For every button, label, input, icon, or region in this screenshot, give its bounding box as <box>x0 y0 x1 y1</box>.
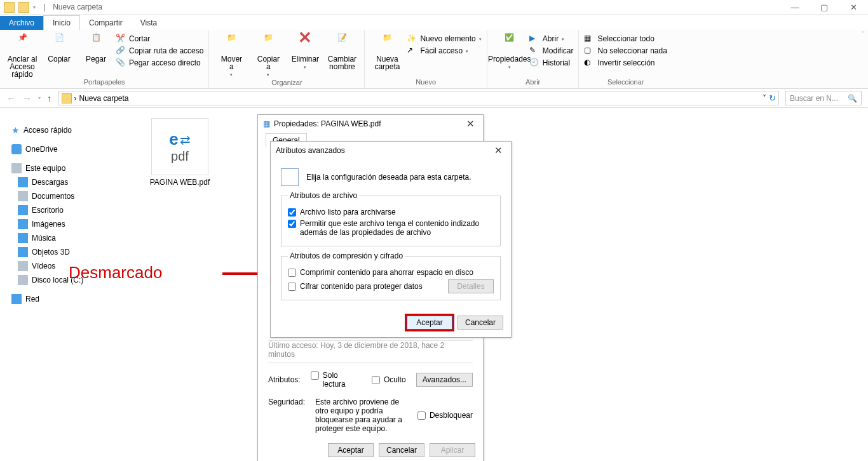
hidden-checkbox[interactable]: Oculto <box>372 375 406 384</box>
properties-title-text: Propiedades: PAGINA WEB.pdf <box>274 119 381 128</box>
easyaccess-button[interactable]: ↗Fácil acceso ▾ <box>407 46 481 56</box>
cut-button[interactable]: ✂️Cortar <box>116 34 203 44</box>
newfolder-icon: 📁 <box>377 34 397 54</box>
ribbon-collapse-icon[interactable]: ˇ <box>862 31 864 38</box>
compress-checkbox[interactable]: Comprimir contenido para ahorrar espacio… <box>288 268 494 277</box>
selectnone-label: No seleccionar nada <box>597 46 667 55</box>
advanced-button[interactable]: Avanzados... <box>416 373 473 387</box>
pin-button[interactable]: 📌 Anclar al Acceso rápido <box>5 31 39 78</box>
search-placeholder: Buscar en N... <box>790 94 838 103</box>
folder-icon <box>4 2 15 13</box>
sidebar-item-label: Documentos <box>32 192 74 201</box>
compress-input[interactable] <box>288 269 296 277</box>
unblock-input[interactable] <box>417 411 426 420</box>
sidebar-item-pictures[interactable]: Imágenes <box>4 217 123 231</box>
invertsel-button[interactable]: ◐Invertir selección <box>584 58 667 68</box>
tab-share[interactable]: Compartir <box>80 16 132 30</box>
rename-button[interactable]: 📝Cambiar nombre <box>325 31 359 70</box>
history-button[interactable]: 🕘Historial <box>529 58 574 68</box>
star-icon: ★ <box>11 125 20 135</box>
details-button[interactable]: Detalles <box>448 279 494 293</box>
minimize-button[interactable]: — <box>780 0 810 15</box>
sidebar-item-label: Imágenes <box>32 220 65 229</box>
index-content-input[interactable] <box>288 220 296 228</box>
edge-icon: e <box>169 130 178 149</box>
copyto-button[interactable]: 📁Copiar a▾ <box>251 31 285 79</box>
sidebar-onedrive[interactable]: OneDrive <box>4 142 123 156</box>
sidebar-item-label: Objetos 3D <box>32 248 70 257</box>
chevron-down-icon: ▾ <box>508 63 511 71</box>
file-item[interactable]: e⇄ pdf PAGINA WEB.pdf <box>145 118 215 187</box>
group-select-label: Seleccionar <box>584 78 667 87</box>
sidebar-item-desktop[interactable]: Escritorio <box>4 203 123 217</box>
pasteshort-button[interactable]: 📎Pegar acceso directo <box>116 58 203 68</box>
delete-button[interactable]: ✕Eliminar▾ <box>288 31 322 71</box>
apply-button[interactable]: Aplicar <box>430 443 475 457</box>
content-pane[interactable]: e⇄ pdf PAGINA WEB.pdf Desmarcado ▦ Propi… <box>127 108 868 461</box>
forward-button[interactable]: → <box>22 93 32 104</box>
cancel-button[interactable]: Cancelar <box>458 316 503 330</box>
addr-dropdown-icon[interactable]: ˅ <box>763 94 766 103</box>
chevron-down-icon: ▾ <box>562 37 564 42</box>
group-open: ✅Propiedades▾ ▶Abrir ▾ ✎Modificar 🕘Histo… <box>487 30 580 88</box>
readonly-checkbox[interactable]: Solo lectura <box>311 371 362 389</box>
paste-button[interactable]: 📋 Pegar <box>79 31 113 63</box>
archive-ready-input[interactable] <box>288 208 296 217</box>
hidden-input[interactable] <box>372 376 380 384</box>
page-icon <box>281 168 299 186</box>
copy-button[interactable]: 📄 Copiar <box>42 31 76 63</box>
copyto-icon: 📁 <box>258 34 278 54</box>
properties-label: Propiedades <box>488 55 531 63</box>
sidebar-network[interactable]: Red <box>4 292 123 306</box>
breadcrumb[interactable]: Nueva carpeta <box>79 94 129 103</box>
close-icon[interactable]: ✕ <box>491 145 506 156</box>
adv-title-text: Atributos avanzados <box>276 146 345 155</box>
selectnone-button[interactable]: ▢No seleccionar nada <box>584 46 667 56</box>
history-dropdown-icon[interactable]: ▾ <box>38 95 41 101</box>
sidebar-item-downloads[interactable]: Descargas <box>4 175 123 189</box>
sidebar-quick-access[interactable]: ★Acceso rápido <box>4 123 123 137</box>
back-button[interactable]: ← <box>6 93 16 104</box>
cancel-button[interactable]: Cancelar <box>379 443 424 457</box>
newfolder-button[interactable]: 📁Nueva carpeta <box>370 31 404 70</box>
sidebar-this-pc[interactable]: Este equipo <box>4 161 123 175</box>
moveto-button[interactable]: 📁Mover a▾ <box>214 31 248 79</box>
address-bar[interactable]: › Nueva carpeta ˅ ↻ <box>58 91 780 105</box>
newitem-button[interactable]: ✨Nuevo elemento ▾ <box>407 34 481 44</box>
properties-button[interactable]: ✅Propiedades▾ <box>492 31 527 71</box>
edit-button[interactable]: ✎Modificar <box>529 46 574 56</box>
copy-label: Copiar <box>48 55 70 63</box>
open-button[interactable]: ▶Abrir ▾ <box>529 34 574 44</box>
search-icon: 🔍 <box>848 94 857 103</box>
properties-dialog-title[interactable]: ▦ Propiedades: PAGINA WEB.pdf ✕ <box>258 115 483 133</box>
readonly-input[interactable] <box>311 371 319 380</box>
hidden-label: Oculto <box>384 375 406 384</box>
sidebar-item-documents[interactable]: Documentos <box>4 189 123 203</box>
refresh-icon[interactable]: ↻ <box>769 93 776 103</box>
copypath-button[interactable]: 🔗Copiar ruta de acceso <box>116 46 203 56</box>
tab-view[interactable]: Vista <box>132 16 166 30</box>
drive-icon <box>18 275 28 285</box>
adv-desc: Elija la configuración deseada para esta… <box>306 173 471 182</box>
close-button[interactable]: ✕ <box>839 0 868 15</box>
copy-icon: 📄 <box>49 34 69 54</box>
sidebar-item-3dobjects[interactable]: Objetos 3D <box>4 245 123 259</box>
accept-button[interactable]: Aceptar <box>407 316 452 330</box>
sidebar-item-music[interactable]: Música <box>4 231 123 245</box>
up-button[interactable]: ↑ <box>47 93 52 104</box>
unblock-checkbox[interactable]: Desbloquear <box>417 400 473 431</box>
archive-ready-checkbox[interactable]: Archivo listo para archivarse <box>288 208 494 217</box>
encrypt-input[interactable] <box>288 283 296 291</box>
selectall-button[interactable]: ▦Seleccionar todo <box>584 34 667 44</box>
accept-button[interactable]: Aceptar <box>328 443 374 457</box>
adv-dialog-title[interactable]: Atributos avanzados ✕ <box>271 142 511 159</box>
chevron-down-icon[interactable]: ▾ <box>33 4 36 10</box>
encrypt-checkbox[interactable]: Cifrar contenido para proteger datos <box>288 282 443 291</box>
tab-home[interactable]: Inicio <box>43 15 80 30</box>
index-content-checkbox[interactable]: Permitir que este archivo tenga el conte… <box>288 219 494 237</box>
tab-file[interactable]: Archivo <box>0 16 43 30</box>
close-icon[interactable]: ✕ <box>463 118 478 130</box>
pictures-icon <box>18 219 28 229</box>
maximize-button[interactable]: ▢ <box>810 0 839 15</box>
search-input[interactable]: Buscar en N... 🔍 <box>785 91 862 105</box>
